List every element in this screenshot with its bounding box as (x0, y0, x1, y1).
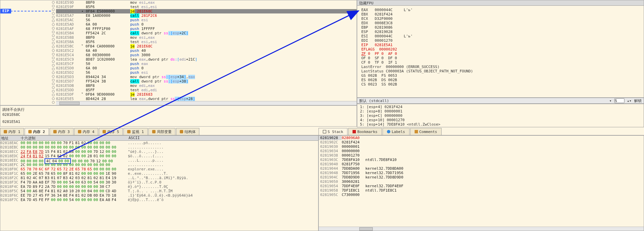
cube-icon (78, 130, 81, 133)
info-strip: 跳转不会执行 0281E68C 0281E5A1 (0, 105, 357, 127)
tab-mem-6[interactable]: 局部变量 (148, 128, 175, 135)
cube-icon (53, 130, 57, 133)
argcount-input[interactable] (614, 98, 624, 103)
info-line1: 跳转不会执行 (2, 107, 355, 112)
disasm-hscroll[interactable] (56, 101, 357, 105)
tab-mem-3[interactable]: 内存 4 (74, 128, 98, 135)
stack-tabs[interactable]: S StackBookmarksLabelsComments (318, 128, 644, 135)
tab-stack[interactable]: S Stack (318, 128, 347, 135)
eip-arrow (10, 11, 51, 11)
dump-tabs[interactable]: 内存 1内存 2内存 3内存 4内存 5监视 1局部变量结构体 (0, 128, 318, 135)
tab-bookmarks[interactable]: Bookmarks (348, 128, 382, 135)
dump-hdr-ascii: ASCII (128, 136, 318, 140)
cube-icon (103, 130, 106, 133)
scroll-thumb[interactable] (59, 102, 80, 105)
labels-icon (387, 130, 390, 133)
regs-body: EAX 0000044C L'ь'EBX 0281F424ECX D32F000… (357, 6, 644, 89)
tab-mem-4[interactable]: 内存 5 (99, 128, 123, 135)
stack-pane[interactable]: 02819028028096A00281902C0281F42402819030… (318, 135, 644, 231)
tab-mem-0[interactable]: 内存 1 (0, 128, 24, 135)
call-args: 1: [esp+4] 0281F424 2: [esp+8] 00000001 … (357, 104, 644, 127)
unlock-button[interactable]: 解锁 (634, 98, 642, 103)
dump-pane[interactable]: 地址 十六进制 ASCII 02818EAC0000000000000070F1… (0, 135, 318, 231)
triangle-icon: ▾ (609, 99, 612, 103)
tab-mem-5[interactable]: 监视 1 (123, 128, 147, 135)
dump-header: 地址 十六进制 ASCII (0, 136, 318, 141)
stack-body[interactable]: 02819028028096A00281902C0281F42402819030… (319, 136, 644, 222)
dump-hdr-addr: 地址 (0, 136, 20, 140)
callconv-label: 默认 (stdcall) (359, 98, 389, 103)
cube-icon (152, 130, 156, 133)
dump-hdr-hex: 十六进制 (20, 136, 128, 140)
tab-labels[interactable]: Labels (383, 128, 410, 135)
breakpoint-gutter[interactable] (51, 0, 56, 105)
registers-pane[interactable]: 隐藏FPU EAX 0000044C L'ь'EBX 0281F424ECX D… (357, 0, 644, 98)
info-line2: 0281E68C (2, 112, 355, 117)
stack-hscroll[interactable] (319, 227, 644, 231)
scroll-thumb[interactable] (359, 227, 373, 231)
comments-icon (415, 130, 418, 133)
cube-icon (28, 130, 32, 133)
cube-icon (180, 130, 183, 133)
dump-body[interactable]: 02818EAC0000000000000070F1810200000000..… (0, 141, 318, 227)
disassembly-list[interactable]: 0281E59D 8BF0mov esi,eax0281E59F 85F6tes… (56, 0, 357, 101)
eip-marker: EIP (0, 9, 11, 13)
disassembly-pane[interactable]: EIP 0281E59D 8BF0mov esi,eax0281E59F 85F… (0, 0, 357, 105)
cube-icon (127, 130, 131, 133)
tab-mem-2[interactable]: 内存 3 (50, 128, 74, 135)
bookmarks-icon (353, 130, 356, 133)
cube-icon (4, 130, 7, 133)
regs-header[interactable]: 隐藏FPU (357, 0, 644, 6)
tab-mem-1[interactable]: 内存 2 (25, 128, 49, 135)
tab-comments[interactable]: Comments (410, 128, 442, 135)
stack-icon (323, 130, 326, 133)
tab-mem-7[interactable]: 结构体 (176, 128, 199, 135)
callconv-bar[interactable]: 默认 (stdcall) ▾ ▴▾ 解锁 (357, 98, 644, 104)
info-line3: 0281E5A1 (2, 119, 355, 124)
spinner-icon[interactable]: ▴▾ (627, 99, 632, 103)
